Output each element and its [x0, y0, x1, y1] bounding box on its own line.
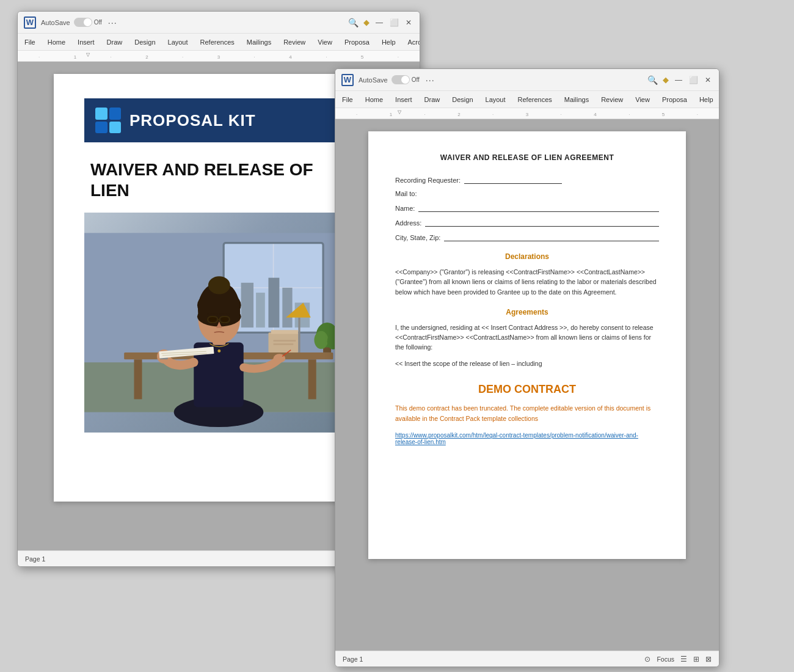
ribbon-design-2[interactable]: Design [450, 95, 475, 104]
proposal-logo-icon [95, 108, 121, 133]
close-button-1[interactable]: ✕ [404, 18, 413, 27]
name-field [418, 203, 659, 212]
autosave-label-2: AutoSave [359, 76, 388, 84]
ribbon-mailings-2[interactable]: Mailings [563, 95, 591, 104]
ribbon-insert-2[interactable]: Insert [393, 95, 414, 104]
proposal-kit-title: PROPOSAL KIT [129, 111, 256, 130]
zoom-icon-2[interactable]: ⊠ [705, 655, 712, 663]
autosave-toggle-2[interactable]: Off [392, 75, 420, 84]
svg-rect-6 [241, 283, 253, 327]
ribbon-2: File Home Insert Draw Design Layout Refe… [335, 91, 719, 108]
demo-link[interactable]: https://www.proposalkit.com/htm/legal-co… [395, 432, 659, 445]
title-bar-1: W AutoSave Off ··· 🔍 ◆ — ⬜ ✕ [18, 12, 420, 34]
address-label: Address: [395, 219, 421, 227]
logo-sq-1 [95, 108, 107, 120]
doc-area-2: WAIVER AND RELEASE OF LIEN AGREEMENT Rec… [335, 119, 719, 651]
svg-rect-15 [268, 332, 298, 352]
svg-rect-13 [134, 359, 142, 399]
doc-title-main: WAIVER AND RELEASE OF LIEN [90, 159, 347, 200]
page-1: PROPOSAL KIT WAIVER AND RELEASE OF LIEN [54, 74, 384, 502]
focus-icon-2[interactable]: ⊙ [644, 655, 650, 663]
ribbon-review-2[interactable]: Review [599, 95, 625, 104]
address-row: Address: [395, 218, 659, 227]
woman-desk-illustration [84, 213, 353, 433]
ruler-marks-2: · 1 · 2 · 3 · 4 · 5 · [338, 112, 716, 117]
ruler-marks-1: · 1 · 2 · 3 · 4 · 5 · [20, 54, 417, 60]
grid-icon-2[interactable]: ⊞ [693, 655, 699, 663]
svg-point-39 [221, 317, 228, 322]
ribbon-file-1[interactable]: File [23, 37, 37, 47]
status-bar-right-2: ⊙ Focus ☰ ⊞ ⊠ [644, 655, 712, 663]
ribbon-help-2[interactable]: Help [697, 95, 715, 104]
ribbon-mailings-1[interactable]: Mailings [245, 37, 273, 47]
ribbon-acrobat-1[interactable]: Acrobat [406, 37, 420, 47]
doc-image [84, 213, 353, 433]
ribbon-1: File Home Insert Draw Design Layout Refe… [18, 34, 420, 51]
page2-doc-title: WAIVER AND RELEASE OF LIEN AGREEMENT [395, 153, 659, 162]
search-icon-2[interactable]: 🔍 [647, 75, 658, 85]
doc-title-block: WAIVER AND RELEASE OF LIEN [84, 159, 353, 200]
toggle-track-1[interactable] [74, 18, 92, 27]
svg-point-23 [314, 331, 328, 349]
ribbon-help-1[interactable]: Help [380, 37, 398, 47]
svg-rect-8 [268, 278, 279, 327]
ribbon-layout-2[interactable]: Layout [484, 95, 508, 104]
ribbon-references-2[interactable]: References [516, 95, 554, 104]
ribbon-home-1[interactable]: Home [46, 37, 67, 47]
toggle-knob-2 [401, 76, 409, 84]
declarations-heading: Declarations [395, 252, 659, 261]
title-bar-2: W AutoSave Off ··· 🔍 ◆ — ⬜ ✕ [335, 69, 719, 91]
ribbon-proposa-1[interactable]: Proposa [343, 37, 371, 47]
ribbon-layout-1[interactable]: Layout [166, 37, 190, 47]
ribbon-view-1[interactable]: View [316, 37, 334, 47]
city-state-zip-field [444, 233, 659, 241]
maximize-button-2[interactable]: ⬜ [688, 75, 698, 85]
agreements-heading: Agreements [395, 308, 659, 316]
recording-requester-field [464, 175, 562, 184]
svg-rect-16 [271, 330, 299, 334]
ribbon-review-1[interactable]: Review [282, 37, 307, 47]
page-indicator-2: Page 1 [343, 656, 363, 663]
search-icon-1[interactable]: 🔍 [348, 18, 359, 27]
minimize-button-1[interactable]: — [374, 18, 384, 27]
mail-to-row: Mail to: [395, 190, 659, 197]
address-field [425, 218, 659, 227]
svg-rect-19 [298, 318, 300, 352]
ribbon-references-1[interactable]: References [198, 37, 236, 47]
ribbon-insert-1[interactable]: Insert [76, 37, 97, 47]
ribbon-proposa-2[interactable]: Proposa [660, 95, 689, 104]
ribbon-file-2[interactable]: File [340, 95, 355, 104]
svg-point-34 [208, 276, 230, 294]
word-icon-1: W [24, 16, 36, 29]
ribbon-draw-2[interactable]: Draw [423, 95, 442, 104]
autosave-toggle-1[interactable]: Off [74, 18, 102, 27]
word-window-2: W AutoSave Off ··· 🔍 ◆ — ⬜ ✕ File Home I… [335, 68, 719, 667]
ruler-2: ▽ · 1 · 2 · 3 · 4 · 5 · [335, 108, 719, 119]
ribbon-design-1[interactable]: Design [133, 37, 157, 47]
ruler-indent-1: ▽ [86, 52, 90, 57]
focus-label-2: Focus [657, 656, 674, 663]
layout-icon-2[interactable]: ☰ [680, 655, 687, 663]
city-state-zip-row: City, State, Zip: [395, 233, 659, 241]
more-options-2[interactable]: ··· [426, 75, 435, 85]
scope-text: << Insert the scope of the release of li… [395, 359, 659, 368]
toggle-off-label-1: Off [94, 19, 102, 26]
recording-requester-row: Recording Requester: [395, 175, 659, 184]
page-indicator-1: Page 1 [25, 555, 45, 563]
maximize-button-1[interactable]: ⬜ [389, 18, 399, 27]
ribbon-draw-1[interactable]: Draw [105, 37, 125, 47]
toggle-track-2[interactable] [392, 75, 410, 84]
toggle-off-label-2: Off [412, 76, 420, 83]
more-options-1[interactable]: ··· [108, 18, 117, 27]
name-row: Name: [395, 203, 659, 212]
close-button-2[interactable]: ✕ [703, 75, 713, 85]
ribbon-view-2[interactable]: View [633, 95, 652, 104]
declarations-text: <<Company>> ("Grantor") is releasing <<C… [395, 267, 659, 297]
autosave-label-1: AutoSave [41, 19, 70, 26]
ribbon-home-2[interactable]: Home [363, 95, 385, 104]
minimize-button-2[interactable]: — [674, 75, 683, 85]
svg-rect-18 [274, 343, 294, 345]
recording-requester-label: Recording Requester: [395, 177, 461, 184]
demo-contract-title: DEMO CONTRACT [395, 383, 659, 396]
svg-rect-14 [308, 359, 316, 399]
